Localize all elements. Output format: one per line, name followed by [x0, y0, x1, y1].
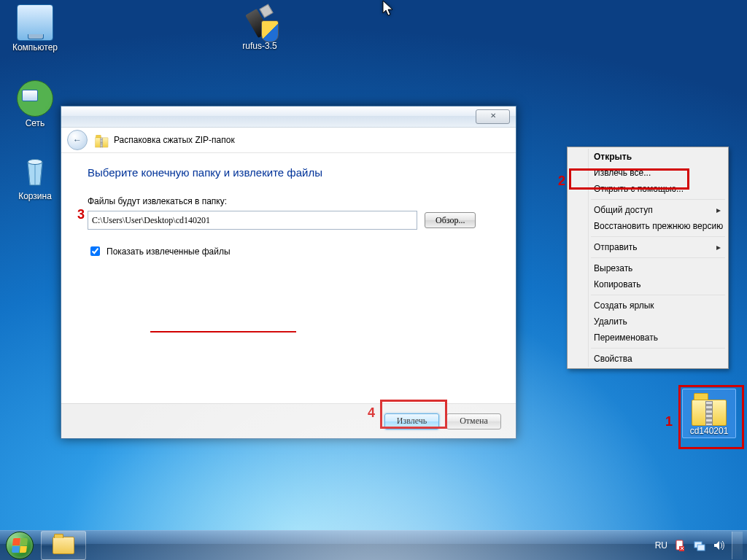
- wizard-heading: Выберите конечную папку и извлеките файл…: [88, 166, 489, 179]
- icon-label: rufus-3.5: [231, 41, 289, 51]
- show-files-checkbox-row[interactable]: Показать извлеченные файлы: [88, 244, 489, 258]
- ctx-separator: [591, 236, 725, 237]
- ctx-create-shortcut[interactable]: Создать ярлык: [569, 298, 727, 314]
- annotation-box-1: [678, 385, 744, 449]
- computer-icon: [17, 4, 53, 41]
- wizard-titlebar[interactable]: ✕: [61, 106, 516, 128]
- wizard-nav: ← Распаковка сжатых ZIP-папок: [61, 128, 516, 153]
- start-orb-icon: [6, 532, 34, 559]
- language-indicator[interactable]: RU: [655, 540, 667, 551]
- ctx-separator: [591, 199, 725, 200]
- wizard-body: Выберите конечную папку и извлеките файл…: [61, 153, 516, 258]
- wizard-title: Распаковка сжатых ZIP-папок: [114, 135, 235, 145]
- ctx-separator: [591, 257, 725, 258]
- icon-label: Сеть: [6, 118, 64, 128]
- explorer-folder-icon: [53, 537, 74, 554]
- start-button[interactable]: [0, 531, 39, 560]
- desktop-icon-recycle-bin[interactable]: Корзина: [6, 155, 64, 201]
- close-icon: ✕: [490, 112, 496, 120]
- wizard-footer: Извлечь Отмена: [61, 403, 516, 438]
- action-center-icon[interactable]: [675, 540, 686, 551]
- annotation-box-2: [569, 168, 689, 190]
- svg-point-0: [28, 160, 42, 165]
- annotation-number-2: 2: [558, 174, 565, 189]
- recycle-bin-icon: [18, 155, 53, 190]
- show-files-label: Показать извлеченные файлы: [107, 246, 231, 257]
- desktop-icon-computer[interactable]: Компьютер: [6, 4, 64, 52]
- desktop[interactable]: Компьютер Сеть Корзина rufus-3.5 cd14020…: [0, 0, 747, 560]
- ctx-send-to[interactable]: Отправить: [569, 239, 727, 255]
- annotation-number-4: 4: [368, 405, 375, 421]
- mouse-cursor-icon: [382, 0, 395, 18]
- close-button[interactable]: ✕: [476, 109, 510, 124]
- cancel-button[interactable]: Отмена: [446, 413, 501, 429]
- annotation-number-3: 3: [77, 207, 85, 222]
- desktop-icon-network[interactable]: Сеть: [6, 80, 64, 128]
- back-button[interactable]: ←: [67, 130, 88, 150]
- taskbar-explorer-button[interactable]: [41, 531, 86, 560]
- show-desktop-button[interactable]: [732, 532, 743, 559]
- volume-tray-icon[interactable]: [713, 540, 724, 551]
- destination-label: Файлы будут извлекаться в папку:: [88, 196, 489, 206]
- back-arrow-icon: ←: [73, 135, 82, 145]
- system-tray: RU: [655, 532, 747, 559]
- usb-icon: [242, 4, 277, 39]
- zip-folder-icon: [95, 134, 108, 146]
- ctx-delete[interactable]: Удалить: [569, 314, 727, 330]
- browse-button[interactable]: Обзор...: [425, 212, 476, 228]
- annotation-underline: [150, 331, 296, 332]
- network-tray-icon[interactable]: [694, 540, 705, 551]
- ctx-properties[interactable]: Свойства: [569, 351, 727, 367]
- ctx-open[interactable]: Открыть: [569, 149, 727, 165]
- ctx-share[interactable]: Общий доступ: [569, 202, 727, 218]
- ctx-restore-version[interactable]: Восстановить прежнюю версию: [569, 218, 727, 234]
- desktop-icon-rufus[interactable]: rufus-3.5: [231, 4, 289, 51]
- extract-wizard-window: ✕ ← Распаковка сжатых ZIP-папок Выберите…: [61, 106, 516, 439]
- annotation-box-4: [380, 400, 447, 429]
- show-files-checkbox[interactable]: [90, 246, 100, 256]
- network-icon: [17, 80, 53, 117]
- annotation-number-1: 1: [665, 414, 673, 429]
- destination-path-input[interactable]: [88, 211, 417, 230]
- path-row: Обзор...: [88, 211, 489, 230]
- taskbar[interactable]: RU: [0, 530, 747, 560]
- ctx-cut[interactable]: Вырезать: [569, 260, 727, 276]
- icon-label: Компьютер: [6, 42, 64, 52]
- ctx-rename[interactable]: Переименовать: [569, 330, 727, 346]
- icon-label: Корзина: [6, 191, 64, 201]
- ctx-separator: [591, 295, 725, 295]
- ctx-separator: [591, 348, 725, 349]
- svg-rect-4: [697, 545, 705, 551]
- ctx-copy[interactable]: Копировать: [569, 276, 727, 292]
